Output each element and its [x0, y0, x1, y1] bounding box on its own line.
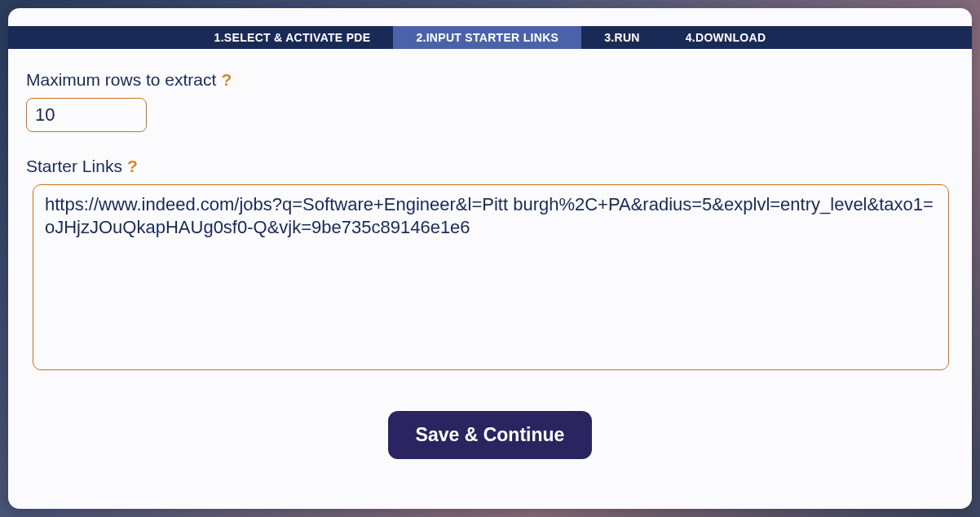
button-row: Save & Continue	[26, 411, 954, 459]
tab-input-starter-links[interactable]: 2.INPUT STARTER LINKS	[393, 26, 581, 49]
tab-select-activate-pde[interactable]: 1.SELECT & ACTIVATE PDE	[192, 26, 394, 49]
save-continue-button[interactable]: Save & Continue	[388, 411, 593, 459]
starter-links-textarea[interactable]	[33, 184, 949, 370]
starter-links-label: Starter Links	[26, 157, 122, 176]
wizard-tabs: 1.SELECT & ACTIVATE PDE 2.INPUT STARTER …	[8, 26, 972, 49]
max-rows-input[interactable]	[26, 98, 147, 132]
max-rows-label: Maximum rows to extract	[26, 70, 216, 90]
starter-links-label-row: Starter Links ?	[26, 157, 954, 176]
starter-links-help-icon[interactable]: ?	[127, 157, 138, 176]
tab-download[interactable]: 4.DOWNLOAD	[663, 26, 789, 49]
tab-run[interactable]: 3.RUN	[581, 26, 663, 49]
wizard-card: 1.SELECT & ACTIVATE PDE 2.INPUT STARTER …	[8, 8, 972, 509]
max-rows-help-icon[interactable]: ?	[221, 70, 232, 90]
wizard-content: Maximum rows to extract ? Starter Links …	[8, 49, 972, 509]
max-rows-label-row: Maximum rows to extract ?	[26, 70, 954, 90]
